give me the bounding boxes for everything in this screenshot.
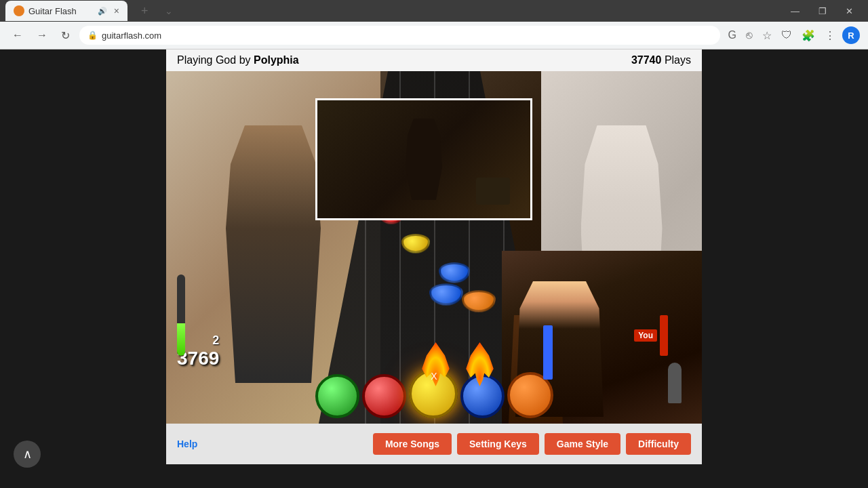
new-tab-button[interactable]: + (136, 1, 154, 21)
forward-button[interactable]: → (33, 26, 52, 44)
song-by: by (239, 54, 251, 66)
difficulty-button[interactable]: Difficulty (626, 433, 691, 455)
play-count-label: Plays (665, 54, 691, 66)
help-link[interactable]: Help (177, 439, 197, 449)
star-power-bar (177, 274, 185, 356)
lock-icon: 🔒 (87, 30, 98, 40)
note-yellow-3 (401, 234, 431, 253)
game-background: X 2 3769 You (166, 71, 702, 424)
tab-close-button[interactable]: × (114, 5, 119, 16)
profile-button[interactable]: R (842, 26, 860, 44)
window-controls: — ❐ ✕ (781, 0, 863, 22)
blue-power-bar (543, 325, 553, 380)
more-songs-button[interactable]: More Songs (373, 433, 452, 455)
you-indicator: You (634, 315, 668, 356)
browser-chrome: Guitar Flash 🔊 × + ⌄ — ❐ ✕ ← → ↻ 🔒 guita… (0, 0, 868, 49)
bottom-buttons: More Songs Setting Keys Game Style Diffi… (373, 433, 691, 455)
active-tab[interactable]: Guitar Flash 🔊 × (5, 1, 127, 21)
right-sidebar (702, 49, 868, 464)
you-bar (660, 315, 668, 356)
video-scene (317, 100, 530, 218)
scroll-up-button[interactable]: ∧ (14, 441, 41, 468)
back-button[interactable]: ← (8, 26, 27, 44)
setting-keys-button[interactable]: Setting Keys (457, 433, 539, 455)
title-bar: Guitar Flash 🔊 × + ⌄ — ❐ ✕ (0, 0, 868, 22)
song-info: Playing God by Polyphia (177, 54, 299, 66)
tab-controls: ⌄ (159, 3, 178, 19)
game-style-button[interactable]: Game Style (545, 433, 620, 455)
song-title: Playing God (177, 54, 236, 66)
share-icon[interactable]: ⎋ (743, 26, 755, 44)
address-actions: G ⎋ ☆ 🛡 🧩 ⋮ R (726, 26, 860, 45)
maximize-button[interactable]: ❐ (809, 0, 836, 22)
video-drums (476, 178, 510, 205)
fire-orange (465, 342, 495, 386)
video-overlay (315, 98, 532, 220)
song-artist: Polyphia (254, 54, 299, 66)
game-top-bar: Playing God by Polyphia 37740 Plays (166, 49, 702, 71)
video-content (317, 100, 530, 218)
url-input[interactable]: 🔒 guitarflash.com (79, 26, 720, 45)
left-sidebar (0, 49, 166, 464)
google-search-icon[interactable]: G (726, 26, 739, 44)
minimize-button[interactable]: — (781, 0, 809, 22)
reload-button[interactable]: ↻ (57, 26, 74, 45)
x-marker: X (431, 371, 437, 382)
shield-icon[interactable]: 🛡 (778, 26, 795, 44)
game-container: Playing God by Polyphia 37740 Plays (166, 49, 702, 464)
play-count-number: 37740 (631, 54, 662, 66)
address-bar: ← → ↻ 🔒 guitarflash.com G ⎋ ☆ 🛡 🧩 ⋮ R (0, 22, 868, 49)
extensions-icon[interactable]: 🧩 (799, 26, 818, 45)
you-label: You (634, 329, 657, 342)
close-button[interactable]: ✕ (836, 0, 863, 22)
fret-green[interactable] (315, 374, 359, 418)
url-text: guitarflash.com (102, 30, 161, 41)
person-left-body (226, 125, 321, 383)
x-label: X (431, 371, 437, 382)
star-power-fill (177, 323, 185, 356)
bookmark-icon[interactable]: ☆ (760, 26, 774, 45)
chevron-up-icon: ∧ (23, 447, 32, 462)
play-count-info: 37740 Plays (631, 54, 691, 66)
content-area: Playing God by Polyphia 37740 Plays (0, 49, 868, 464)
browser-menu-icon[interactable]: ⋮ (822, 26, 838, 45)
tab-strip-scroll-button[interactable]: ⌄ (159, 3, 178, 19)
fret-red[interactable] (362, 374, 406, 418)
game-bottom-bar: Help More Songs Setting Keys Game Style … (166, 424, 702, 464)
note-orange-1 (461, 291, 496, 312)
tab-audio-icon: 🔊 (98, 7, 107, 16)
note-blue-2 (438, 262, 470, 283)
tab-title: Guitar Flash (28, 6, 77, 16)
video-figure (403, 119, 444, 200)
tab-favicon (14, 5, 24, 16)
